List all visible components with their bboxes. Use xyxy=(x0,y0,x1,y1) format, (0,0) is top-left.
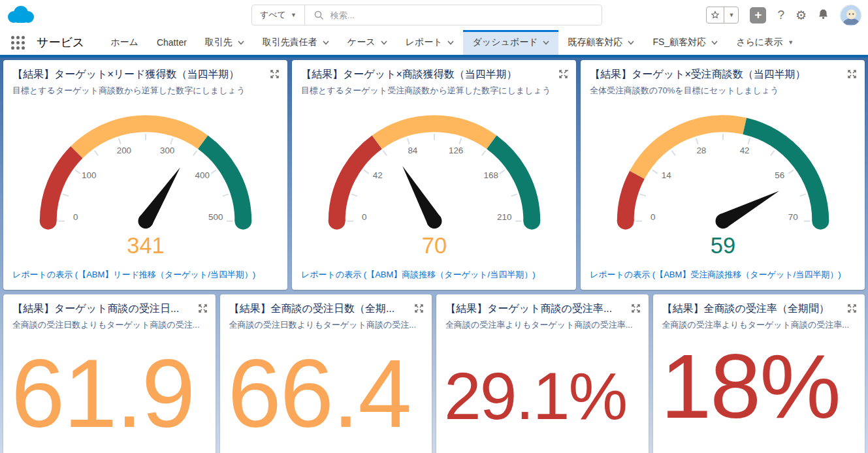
card-title: 【結果】全商談の受注率（全期間） xyxy=(662,302,843,316)
waffle-icon xyxy=(11,36,25,50)
chevron-down-icon xyxy=(238,40,244,45)
view-report-link[interactable]: レポートの表示 (【ABM】商談推移（ターゲット/当四半期）) xyxy=(292,269,576,290)
chevron-down-icon xyxy=(447,40,454,45)
svg-text:341: 341 xyxy=(127,233,164,258)
app-launcher-button[interactable] xyxy=(7,30,29,55)
setup-gear-button[interactable]: ⚙ xyxy=(796,8,807,23)
chevron-down-icon xyxy=(543,40,549,45)
card-title: 【結果】ターゲット商談の受注率... xyxy=(445,302,626,316)
svg-text:126: 126 xyxy=(448,146,462,155)
caret-down-icon: ▼ xyxy=(788,39,794,46)
search-scope-selector[interactable]: すべて ▼ xyxy=(252,5,305,25)
card-subtitle: 目標とするターゲット受注商談数から逆算した数字にしましょう xyxy=(292,82,576,97)
tab-fs-customers[interactable]: FS_顧客対応 xyxy=(643,30,727,55)
bell-icon xyxy=(818,8,829,20)
tab-accounts[interactable]: 取引先 xyxy=(196,30,253,55)
expand-icon[interactable] xyxy=(270,69,280,79)
chevron-down-icon xyxy=(711,40,718,45)
svg-text:500: 500 xyxy=(208,212,223,222)
card-subtitle: 全商談の受注日数よりもターゲット商談の受注... xyxy=(220,316,432,331)
card-subtitle: 全体受注商談数の70%を目標にセットしましょう xyxy=(581,82,865,97)
gauge-chart: 0100200300400500341 xyxy=(14,99,277,262)
metric-value: 18% xyxy=(653,331,865,430)
metric-card-target-days-to-close: 【結果】ターゲット商談の受注日... 全商談の受注日数よりもターゲット商談の受注… xyxy=(3,294,216,453)
svg-text:56: 56 xyxy=(775,171,784,181)
gauge-card-won-opportunity-count: 【結果】ターゲット×受注商談数（当四半期） 全体受注商談数の70%を目標にセット… xyxy=(581,60,865,290)
svg-text:14: 14 xyxy=(661,171,671,181)
card-title: 【結果】ターゲット×商談獲得数（当四半期） xyxy=(301,68,553,82)
gauge-chart: 0428412616821070 xyxy=(303,99,566,262)
tab-existing-customers[interactable]: 既存顧客対応 xyxy=(558,30,643,55)
tab-chatter[interactable]: Chatter xyxy=(148,30,196,55)
svg-text:70: 70 xyxy=(421,233,446,258)
view-report-link[interactable]: レポートの表示 (【ABM】受注商談推移（ターゲット/当四半期）) xyxy=(581,269,865,290)
star-icon xyxy=(711,10,720,20)
expand-icon[interactable] xyxy=(198,304,208,313)
card-title: 【結果】全商談の受注日数（全期... xyxy=(229,302,410,316)
svg-text:200: 200 xyxy=(116,146,131,155)
metric-value: 61.9 xyxy=(3,331,216,440)
card-subtitle: 目標とするターゲット商談数から逆算した数字にしましょう xyxy=(3,82,287,97)
chevron-down-icon xyxy=(628,40,634,45)
app-nav-bar: サービス ホーム Chatter 取引先 取引先責任者 ケース レポート ダッシ… xyxy=(0,30,868,57)
svg-text:28: 28 xyxy=(696,146,706,155)
metric-card-all-win-rate: 【結果】全商談の受注率（全期間） 全商談の受注率よりもターゲット商談の受注率..… xyxy=(653,294,865,453)
card-title: 【結果】ターゲット商談の受注日... xyxy=(12,302,193,316)
tab-dashboards[interactable]: ダッシュボード xyxy=(463,30,558,55)
favorites-menu-button[interactable]: ▼ xyxy=(724,7,738,23)
user-avatar[interactable] xyxy=(840,5,861,26)
global-header: すべて ▼ ▼ + ? ⚙ xyxy=(0,0,868,30)
svg-text:70: 70 xyxy=(788,212,797,222)
gauge-card-lead-count: 【結果】ターゲット×リード獲得数（当四半期） 目標とするターゲット商談数から逆算… xyxy=(3,60,287,290)
chevron-down-icon xyxy=(381,40,387,45)
caret-down-icon: ▼ xyxy=(728,12,734,18)
salesforce-logo xyxy=(5,5,35,25)
app-name: サービス xyxy=(29,30,101,55)
svg-text:42: 42 xyxy=(372,171,382,181)
expand-icon[interactable] xyxy=(631,304,641,313)
expand-icon[interactable] xyxy=(847,304,857,313)
card-title: 【結果】ターゲット×リード獲得数（当四半期） xyxy=(12,68,265,82)
svg-text:0: 0 xyxy=(362,212,366,222)
metric-value: 29.1% xyxy=(436,331,649,428)
card-title: 【結果】ターゲット×受注商談数（当四半期） xyxy=(590,68,842,82)
tab-more[interactable]: さらに表示 ▼ xyxy=(727,30,803,55)
svg-text:0: 0 xyxy=(651,212,655,222)
tab-contacts[interactable]: 取引先責任者 xyxy=(253,30,338,55)
global-actions-button[interactable]: + xyxy=(750,7,766,23)
tab-reports[interactable]: レポート xyxy=(396,30,464,55)
svg-text:100: 100 xyxy=(82,171,96,181)
svg-text:42: 42 xyxy=(739,146,749,155)
view-report-link[interactable]: レポートの表示 (【ABM】リード推移（ターゲット/当四半期）) xyxy=(3,269,287,290)
expand-icon[interactable] xyxy=(847,69,857,79)
svg-text:0: 0 xyxy=(73,212,78,222)
svg-text:84: 84 xyxy=(408,146,417,155)
caret-down-icon: ▼ xyxy=(291,12,297,18)
expand-icon[interactable] xyxy=(558,69,568,79)
tab-home[interactable]: ホーム xyxy=(101,30,148,55)
card-subtitle: 全商談の受注率よりもターゲット商談の受注率... xyxy=(436,316,649,331)
global-search: すべて ▼ xyxy=(251,5,602,25)
favorite-star-button[interactable] xyxy=(707,7,724,23)
search-icon xyxy=(314,10,324,20)
gauge-card-opportunity-count: 【結果】ターゲット×商談獲得数（当四半期） 目標とするターゲット受注商談数から逆… xyxy=(292,60,576,290)
dashboard-canvas: 【結果】ターゲット×リード獲得数（当四半期） 目標とするターゲット商談数から逆算… xyxy=(0,57,868,453)
help-button[interactable]: ? xyxy=(777,8,784,22)
svg-text:300: 300 xyxy=(159,146,174,155)
tab-cases[interactable]: ケース xyxy=(338,30,396,55)
favorites-control: ▼ xyxy=(706,7,739,23)
metric-card-all-days-to-close: 【結果】全商談の受注日数（全期... 全商談の受注日数よりもターゲット商談の受注… xyxy=(220,294,432,453)
svg-text:400: 400 xyxy=(195,171,209,181)
notifications-bell-button[interactable] xyxy=(818,8,829,22)
svg-text:168: 168 xyxy=(483,171,498,181)
expand-icon[interactable] xyxy=(414,304,424,313)
svg-text:59: 59 xyxy=(710,233,735,258)
svg-text:210: 210 xyxy=(497,212,511,222)
gauge-chart: 0142842567059 xyxy=(592,99,854,262)
chevron-down-icon xyxy=(323,40,329,45)
search-scope-label: すべて xyxy=(260,9,286,21)
metric-value: 66.4 xyxy=(220,331,432,440)
search-input[interactable] xyxy=(330,10,592,20)
card-subtitle: 全商談の受注率よりもターゲット商談の受注率... xyxy=(653,316,865,331)
card-subtitle: 全商談の受注日数よりもターゲット商談の受注... xyxy=(3,316,216,331)
